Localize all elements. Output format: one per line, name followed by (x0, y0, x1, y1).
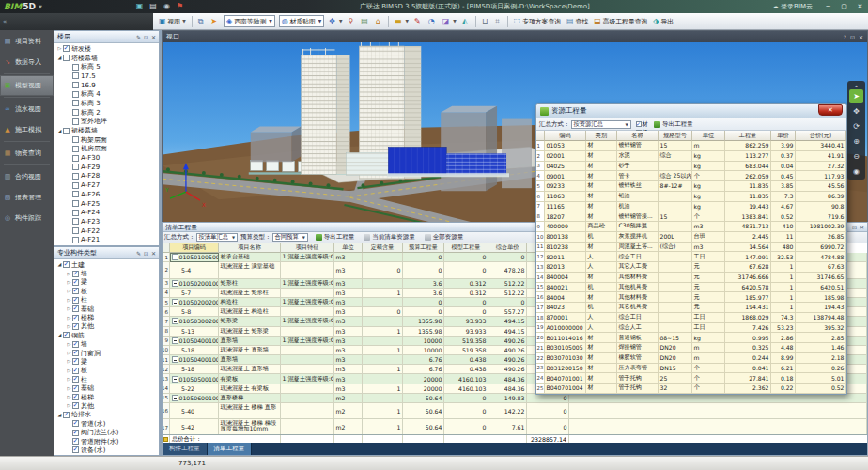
cell[interactable]: 人 (586, 323, 617, 334)
checkbox[interactable]: ✓ (72, 341, 79, 348)
tree-item[interactable]: A-F29 (54, 163, 159, 172)
cell[interactable]: 4 (536, 171, 545, 181)
cell[interactable] (659, 162, 692, 172)
cell[interactable]: 1 (363, 289, 403, 298)
cell[interactable]: m2 (334, 403, 363, 419)
sidebar-tab-construction-sim[interactable]: ▲施工模拟 (0, 119, 54, 140)
sidebar-tab-component-track[interactable]: ◎构件跟踪 (0, 208, 54, 228)
cell[interactable]: m3 (334, 337, 363, 346)
cell[interactable]: 4.48 (771, 343, 796, 353)
cell[interactable]: 53.23 (771, 323, 796, 334)
cell[interactable]: kg (692, 192, 725, 202)
cell[interactable]: 11 (536, 243, 545, 253)
cell[interactable]: 6.76 (403, 355, 444, 365)
cell[interactable] (659, 262, 692, 273)
cell[interactable]: 1 (363, 419, 403, 434)
bottom-tab-inactive[interactable]: 构件工程量 (163, 443, 208, 455)
float-icon[interactable]: ⊡ (144, 250, 148, 257)
cell[interactable]: 0 (444, 253, 488, 262)
cell[interactable]: 0 (403, 253, 444, 262)
cell[interactable]: 机油 (617, 202, 659, 212)
cell[interactable]: 12 (163, 365, 170, 374)
cell[interactable]: 0.52 (796, 384, 846, 394)
cell[interactable]: m2 (334, 394, 363, 403)
cell[interactable]: 10000 (403, 337, 444, 346)
cell[interactable]: 材 (586, 364, 617, 374)
cell[interactable]: 机 (586, 303, 617, 313)
resource-table-row[interactable]: 304025材砂子kg683.0440.0427.32 (536, 162, 846, 172)
cell[interactable] (281, 365, 334, 374)
cell[interactable]: 8#-12# (659, 181, 692, 192)
tree-item[interactable]: A-F27 (54, 180, 159, 190)
cell[interactable]: δ8~15 (659, 333, 692, 343)
cell[interactable]: 0 (527, 419, 569, 434)
cell[interactable]: A010000000 (545, 323, 586, 334)
cell[interactable]: 其他材料费 (617, 273, 659, 283)
cell[interactable]: 4160.103 (444, 374, 488, 384)
expand-icon[interactable]: ▷ (66, 350, 72, 356)
cell[interactable]: 810238 (545, 243, 586, 253)
cell[interactable]: 0.52 (771, 212, 796, 222)
resource-table-row[interactable]: 1282011人综合工日工日147.09132.534784.88 (536, 252, 846, 262)
cell[interactable]: 材 (586, 171, 617, 181)
cell[interactable]: 719.6 (796, 212, 846, 222)
cell[interactable]: 010504001002 (170, 337, 219, 346)
cell[interactable]: 20000 (403, 374, 444, 384)
cell[interactable]: 材 (586, 202, 617, 212)
expand-icon[interactable]: ▷ (66, 368, 72, 374)
tree-item[interactable]: 构架层面 (54, 135, 159, 145)
cell[interactable]: 普通钢板 (617, 333, 659, 343)
cell[interactable]: B011014016 (545, 333, 586, 343)
checkbox[interactable]: ✓ (72, 385, 79, 392)
minimize-button[interactable]: ─ (820, 0, 836, 13)
cell[interactable]: 材 (586, 212, 617, 222)
tree-item[interactable]: ▷✓基础 (54, 384, 159, 392)
cell[interactable]: DN20 (659, 343, 692, 353)
column-header[interactable]: 单位 (334, 243, 363, 253)
column-header[interactable] (536, 131, 545, 141)
resource-table-row[interactable]: 19A010000000人综合人工工日7.42653.23395.32 (536, 323, 846, 334)
cell[interactable]: 5-7 (170, 289, 219, 298)
cell[interactable] (659, 283, 692, 293)
collapse-icon[interactable]: ◢ (56, 128, 63, 134)
collapse-icon[interactable]: ◢ (56, 55, 63, 61)
cell[interactable]: 材 (586, 333, 617, 343)
collapse-toggle[interactable] (172, 337, 178, 344)
cell[interactable]: 0 (488, 253, 527, 262)
checkbox[interactable] (72, 237, 79, 243)
cell[interactable]: 800138 (545, 232, 586, 243)
cell[interactable]: 5-13 (170, 327, 219, 337)
cell[interactable]: m2 (334, 419, 363, 434)
cell[interactable]: 5-22 (170, 384, 219, 394)
cell[interactable]: m3 (334, 279, 363, 289)
cell[interactable]: 材 (586, 192, 617, 202)
cell[interactable]: 1.混凝土强度等级:C40 (281, 279, 334, 289)
column-header[interactable]: 项目编码 (170, 243, 219, 253)
cell[interactable]: 镀锌铁丝 (617, 181, 659, 192)
cell[interactable]: 3.6 (403, 279, 444, 289)
cell[interactable]: 2.85 (796, 333, 846, 343)
home-button[interactable]: ⌂ (373, 14, 385, 29)
tree-item[interactable]: ▷✓其他 (54, 322, 159, 331)
cell[interactable]: 9 (163, 337, 170, 346)
cell[interactable] (659, 323, 692, 334)
cell[interactable]: 17 (536, 303, 545, 313)
cell[interactable]: 0 (444, 394, 488, 403)
column-header[interactable]: 单位 (692, 131, 725, 141)
cell[interactable]: 25 (536, 384, 545, 394)
tree-item[interactable]: ▷✓墙 (54, 269, 159, 277)
expand-icon[interactable]: ▴ (849, 83, 863, 88)
cell[interactable] (659, 252, 692, 262)
cell[interactable]: 1.混凝土强度等级:C50 (281, 337, 334, 346)
checkbox[interactable]: ✓ (72, 402, 79, 409)
cell[interactable]: 67.628 (725, 262, 771, 273)
cell[interactable]: 478.28 (488, 262, 527, 278)
tree-item[interactable]: ✓管道附件(水) (54, 437, 159, 446)
cell[interactable] (659, 292, 692, 303)
cell[interactable]: 19.443 (725, 202, 771, 212)
cell[interactable]: 262.059 (725, 171, 771, 181)
compass-button[interactable]: ◈西南等轴测▼ (224, 15, 275, 27)
cell[interactable]: 2 (536, 151, 545, 162)
checkbox[interactable]: ✓ (72, 430, 79, 436)
cell[interactable] (281, 346, 334, 355)
